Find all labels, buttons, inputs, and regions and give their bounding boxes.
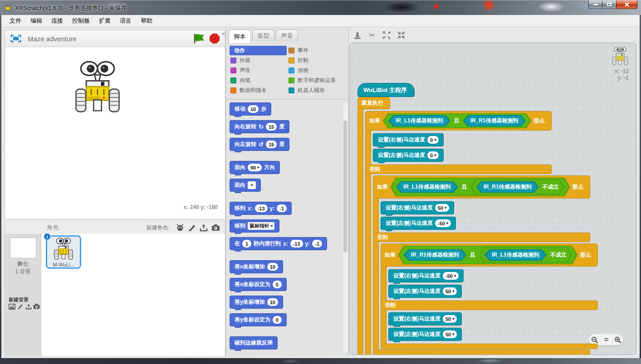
palette-category[interactable]: 控制	[288, 56, 346, 65]
fullscreen-icon[interactable]	[10, 34, 21, 43]
number-input[interactable]: 15	[266, 141, 277, 148]
palette-category[interactable]: 外观	[230, 56, 288, 65]
dropdown-input[interactable]: 0▾	[427, 136, 439, 144]
motor-right-block[interactable]: 设置(右侧)马达速度-50▾	[388, 269, 464, 282]
upload-backdrop-icon[interactable]	[24, 303, 32, 310]
motor-left-block[interactable]: 设置(左侧)马达速度0▾	[373, 149, 444, 162]
palette-scrollbar[interactable]	[343, 102, 347, 353]
stamp-icon[interactable]	[352, 30, 363, 40]
palette-block[interactable]: 向右旋转↻15度	[230, 120, 289, 133]
palette-block[interactable]: 将y坐标增加10	[230, 296, 283, 309]
sensor-hex-block[interactable]: IR_L1传感器检测到	[484, 249, 547, 261]
grow-icon[interactable]	[381, 30, 392, 40]
menu-dropdown[interactable]: ▾	[248, 181, 256, 189]
paint-backdrop-icon[interactable]	[16, 303, 24, 310]
number-input[interactable]: 10	[267, 298, 278, 306]
camera-sprite-icon[interactable]	[210, 223, 220, 232]
palette-category[interactable]: 机器人模块	[288, 86, 346, 95]
not-hex-block[interactable]: IR_L1传感器检测到不成立	[479, 248, 572, 262]
new-sprite-library-icon[interactable]	[175, 223, 185, 232]
palette-scrollbar-thumb[interactable]	[343, 121, 347, 252]
dropdown-input[interactable]: 50▾	[443, 330, 457, 338]
palette-category[interactable]: 声音	[230, 66, 288, 75]
if-else-block[interactable]: 如果IR_L1传感器检测到且IR_R1传感器检测到不成立那么设置(右侧)马达速度…	[373, 175, 590, 355]
palette-block[interactable]: 在1秒内滑行到x:-13y:-1	[230, 237, 327, 250]
tab-inactive[interactable]: 声音	[276, 29, 298, 41]
maximize-button[interactable]	[602, 0, 617, 9]
stage-canvas[interactable]	[5, 47, 225, 204]
dropdown-input[interactable]: 50▾	[435, 204, 449, 212]
zoom-in-icon[interactable]	[612, 335, 622, 345]
palette-block[interactable]: 碰到边缘就反弹	[230, 336, 278, 349]
menu-item[interactable]: 编辑	[26, 15, 47, 27]
title-bar[interactable]: XRScratch(v1.6.3) - 没有连接串口 - 未保存	[0, 0, 641, 15]
motor-right-block[interactable]: 设置(右侧)马达速度50▾	[381, 201, 454, 214]
dropdown-input[interactable]: -50▾	[435, 219, 451, 227]
menu-item[interactable]: 控制板	[68, 15, 94, 27]
hat-block[interactable]: WuLiBot 主程序	[357, 83, 415, 97]
palette-category[interactable]: 事件	[288, 46, 346, 55]
menu-item[interactable]: 文件	[5, 15, 26, 27]
script-canvas[interactable]: x: -13 y: -1 WuLiBot 主程序重复执行如果IR_L1传感器检测…	[349, 43, 636, 355]
palette-category[interactable]: 画笔	[230, 76, 288, 85]
stop-sign-icon[interactable]	[210, 34, 220, 44]
and-hex-block[interactable]: IR_R1传感器检测到且IR_L1传感器检测到不成立	[398, 246, 577, 264]
robot-sprite-image[interactable]	[73, 61, 122, 116]
sprite-info-icon[interactable]: i	[44, 233, 51, 240]
menu-dropdown[interactable]: 鼠标指针▾	[248, 222, 274, 230]
sensor-hex-block[interactable]: IR_R1传感器检测到	[476, 181, 539, 193]
sensor-hex-block[interactable]: IR_R1传感器检测到	[463, 115, 526, 126]
number-input[interactable]: 10	[267, 263, 278, 271]
paint-new-sprite-icon[interactable]	[187, 223, 197, 232]
upload-sprite-icon[interactable]	[199, 223, 209, 232]
green-flag-icon[interactable]	[193, 33, 205, 44]
camera-backdrop-icon[interactable]	[33, 303, 40, 310]
close-button[interactable]	[616, 0, 637, 9]
menu-item[interactable]: 语言	[115, 15, 136, 27]
number-input[interactable]: -1	[312, 240, 322, 248]
sprite-card-selected[interactable]: i M-WuLi...	[46, 235, 81, 269]
motor-left-block[interactable]: 设置(左侧)马达速度50▾	[388, 328, 462, 341]
dropdown-input[interactable]: -50▾	[443, 272, 459, 280]
palette-block[interactable]: 将x坐标增加10	[230, 260, 283, 273]
number-input[interactable]: 15	[266, 123, 277, 131]
dropdown-input[interactable]: 50▾	[443, 287, 457, 295]
motor-left-block[interactable]: 设置(左侧)马达速度-50▾	[381, 217, 456, 230]
dropdown-input[interactable]: 90▾	[248, 164, 262, 171]
scissors-icon[interactable]: ✂	[367, 30, 377, 40]
number-input[interactable]: -13	[290, 240, 303, 248]
number-input[interactable]: -1	[277, 204, 287, 212]
sensor-hex-block[interactable]: IR_L1传感器检测到	[388, 115, 450, 126]
number-input[interactable]: -13	[255, 204, 268, 212]
dropdown-input[interactable]: 0▾	[427, 151, 439, 159]
zoom-out-icon[interactable]	[590, 335, 600, 345]
palette-category[interactable]: 侦测	[288, 66, 346, 75]
motor-right-block[interactable]: 设置(右侧)马达速度0▾	[373, 133, 444, 146]
palette-block[interactable]: 面向▾	[230, 179, 261, 192]
menu-item[interactable]: 扩展	[94, 15, 115, 27]
palette-category[interactable]: 动作	[230, 46, 287, 55]
palette-block[interactable]: 将y坐标设定为0	[230, 313, 287, 326]
minimize-button[interactable]	[588, 0, 602, 9]
if-else-block[interactable]: 如果IR_L1传感器检测到且IR_R1传感器检测到那么设置(右侧)马达速度0▾设…	[365, 111, 552, 355]
palette-block[interactable]: 将x坐标设定为0	[230, 278, 287, 291]
stage-selector[interactable]: 舞台 1 背景 新建背景	[5, 234, 41, 356]
palette-block[interactable]: 移到x:-13y:-1	[230, 202, 292, 215]
number-input[interactable]: 1	[242, 240, 251, 248]
menu-item[interactable]: 连接	[47, 15, 68, 27]
stage-thumbnail[interactable]	[10, 238, 36, 258]
tab-inactive[interactable]: 造型	[252, 29, 274, 41]
palette-block[interactable]: 向左旋转↺15度	[230, 138, 289, 151]
shrink-icon[interactable]	[396, 30, 406, 40]
palette-block[interactable]: 面向90▾方向	[230, 161, 280, 174]
palette-category[interactable]: 数字和逻辑运算	[288, 76, 346, 85]
not-hex-block[interactable]: IR_R1传感器检测到不成立	[471, 180, 564, 194]
tab-active[interactable]: 脚本	[229, 29, 251, 43]
number-input[interactable]: 0	[273, 316, 282, 324]
zoom-reset-icon[interactable]: =	[601, 335, 611, 345]
collapse-stage-arrow[interactable]: ◀	[221, 31, 225, 36]
forever-block[interactable]: 重复执行如果IR_L1传感器检测到且IR_R1传感器检测到那么设置(右侧)马达速…	[357, 97, 390, 355]
number-input[interactable]: 0	[273, 281, 282, 288]
palette-category[interactable]: 数据和指令	[230, 86, 288, 95]
dropdown-input[interactable]: 50▾	[443, 315, 457, 323]
